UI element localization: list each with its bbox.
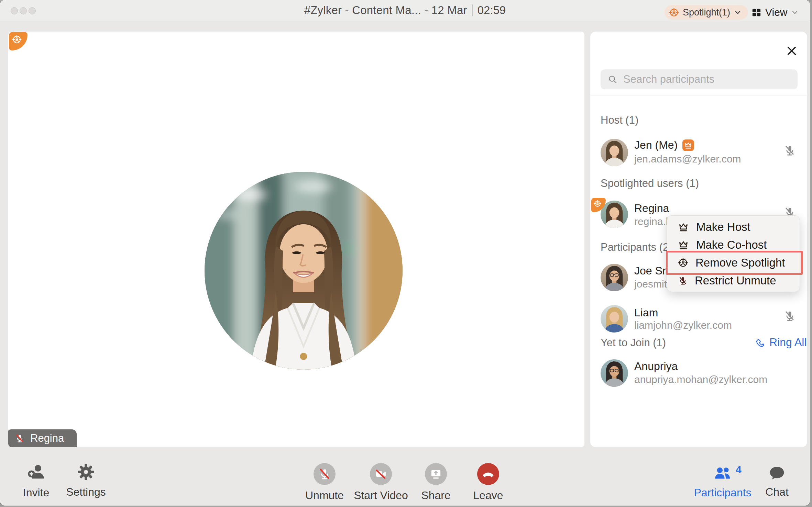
ring-all-button[interactable]: Ring All — [754, 336, 807, 349]
ring-all-label: Ring All — [769, 336, 807, 349]
leave-button[interactable]: Leave — [464, 463, 512, 502]
menu-item-label: Make Host — [696, 221, 750, 234]
invite-label: Invite — [23, 486, 49, 499]
unmute-button[interactable]: Unmute — [297, 463, 352, 502]
chat-button[interactable]: Chat — [756, 464, 798, 498]
participants-section-label: Participants (2) — [601, 241, 672, 254]
participant-email: jen.adams@zylker.com — [634, 153, 741, 165]
spotlight-icon — [593, 200, 602, 208]
title-divider — [472, 4, 473, 16]
start-video-label: Start Video — [354, 489, 408, 502]
unmute-label: Unmute — [305, 489, 344, 502]
participant-context-menu: Make Host Make Co-host Remove Spotlight … — [667, 215, 800, 292]
menu-item-remove-spotlight[interactable]: Remove Spotlight — [667, 254, 800, 272]
chat-icon — [768, 464, 786, 482]
participant-name: Regina — [634, 202, 669, 215]
mic-off-icon — [678, 275, 688, 286]
crown-icon — [684, 141, 693, 150]
search-icon — [607, 74, 618, 84]
meeting-timer: 02:59 — [478, 4, 506, 17]
share-button[interactable]: Share — [412, 463, 460, 502]
view-menu-label: View — [765, 7, 787, 18]
menu-item-label: Make Co-host — [696, 238, 767, 251]
leave-call-icon — [481, 466, 496, 482]
panel-divider — [590, 95, 807, 96]
active-speaker-tile: Regina — [8, 32, 584, 447]
menu-item-restrict-unmute[interactable]: Restrict Unmute — [667, 272, 800, 290]
chat-label: Chat — [765, 486, 789, 498]
menu-item-make-cohost[interactable]: Make Co-host — [667, 236, 800, 254]
person-add-icon — [26, 462, 46, 482]
menu-item-label: Remove Spotlight — [695, 256, 785, 269]
spotlight-indicator-label: Spotlight(1) — [683, 7, 730, 18]
menu-item-label: Restrict Unmute — [695, 274, 776, 287]
screenshot-root: #Zylker - Content Ma... - 12 Mar 02:59 S… — [0, 0, 812, 507]
avatar-joe — [601, 264, 628, 291]
title-bar: #Zylker - Content Ma... - 12 Mar 02:59 S… — [0, 0, 810, 21]
participant-name: Jen (Me) — [634, 139, 678, 151]
participant-email: liamjohn@zylker.com — [634, 319, 732, 331]
spotlighted-section-label: Spotlighted users (1) — [601, 177, 699, 190]
meeting-window: #Zylker - Content Ma... - 12 Mar 02:59 S… — [0, 0, 810, 506]
avatar-liam — [601, 305, 628, 333]
chevron-down-icon — [791, 8, 799, 16]
participant-row-anupriya[interactable]: Anupriya — [634, 360, 678, 373]
participant-search[interactable] — [601, 69, 798, 89]
camera-off-icon — [374, 467, 388, 481]
chevron-down-icon — [734, 8, 742, 16]
active-speaker-photo — [205, 172, 403, 370]
crown-icon — [678, 221, 689, 233]
mic-off-icon[interactable] — [783, 144, 796, 157]
share-label: Share — [421, 489, 450, 502]
participant-row-regina[interactable]: Regina — [634, 202, 669, 215]
view-menu-button[interactable]: View — [751, 5, 799, 20]
share-screen-icon — [429, 467, 443, 481]
participant-email: anupriya.mohan@zylker.com — [634, 374, 767, 385]
meeting-title: #Zylker - Content Ma... - 12 Mar — [304, 4, 467, 17]
host-crown-badge — [682, 139, 694, 151]
menu-item-make-host[interactable]: Make Host — [667, 218, 800, 236]
participants-toggle-button[interactable]: 4 Participants — [695, 464, 750, 499]
mic-muted-icon — [318, 467, 331, 481]
participant-name: Liam — [634, 306, 658, 319]
participant-count-badge: 4 — [736, 464, 742, 475]
grid-view-icon — [751, 7, 762, 18]
participant-row-jen[interactable]: Jen (Me) — [634, 139, 694, 151]
search-input[interactable] — [623, 73, 789, 86]
spotlight-icon — [12, 34, 22, 45]
active-speaker-name: Regina — [30, 432, 64, 444]
panel-close-button[interactable] — [785, 44, 799, 58]
leave-label: Leave — [473, 489, 503, 502]
spotlight-indicator-button[interactable]: Spotlight(1) — [665, 5, 748, 20]
close-icon — [786, 45, 798, 57]
spotlight-icon — [678, 257, 689, 268]
host-section-label: Host (1) — [601, 114, 638, 126]
yet-to-join-section-label: Yet to Join (1) — [601, 337, 666, 349]
start-video-button[interactable]: Start Video — [347, 463, 415, 502]
settings-label: Settings — [66, 486, 106, 498]
participants-label: Participants — [694, 486, 751, 499]
active-speaker-name-tag: Regina — [8, 429, 77, 447]
participants-icon — [713, 464, 732, 482]
crown-icon — [678, 239, 689, 251]
spotlight-corner-badge — [9, 32, 28, 50]
phone-icon — [754, 337, 765, 348]
mic-off-icon[interactable] — [783, 309, 796, 323]
settings-button[interactable]: Settings — [62, 462, 110, 498]
invite-button[interactable]: Invite — [14, 462, 58, 499]
participant-name: Anupriya — [634, 360, 678, 373]
avatar-jen — [601, 139, 628, 166]
gear-icon — [76, 462, 96, 482]
participant-row-liam[interactable]: Liam — [634, 306, 658, 319]
spotlight-icon — [669, 7, 679, 18]
mic-muted-icon — [14, 433, 25, 444]
avatar-anupriya — [601, 359, 628, 387]
